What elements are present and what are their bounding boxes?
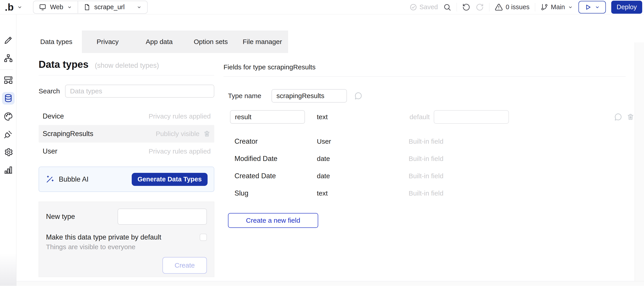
search-label: Search [38,87,65,95]
chevron-down-icon [17,4,23,10]
page-title: Data types [38,59,89,70]
type-status: Publicly visible [156,130,200,138]
type-row-device[interactable]: Device Privacy rules applied [38,108,214,125]
branch-label: Main [551,3,565,11]
left-icon-rail [0,14,16,286]
data-types-panel: Data types (show deleted types) Search D… [38,53,214,277]
create-new-field-button[interactable]: Create a new field [228,213,318,228]
field-row-creator[interactable]: Creator User Built-in field [224,133,644,150]
toolbar-actions: Saved 0 issues Main Deploy [410,1,642,14]
plug-icon [3,129,13,139]
database-icon [3,93,13,103]
platform-selector[interactable]: Web [34,1,78,13]
comment-bubble-icon[interactable] [354,91,362,100]
warning-triangle-icon [495,3,503,11]
page-label: scrape_url [94,3,124,11]
divider [224,76,626,77]
new-type-input[interactable] [118,208,207,225]
generate-data-types-button[interactable]: Generate Data Types [132,173,208,186]
search-input[interactable] [65,85,214,98]
trash-icon[interactable] [626,113,634,121]
field-name: Creator [234,137,317,145]
field-list: text default Creator User Built-in field… [224,110,644,202]
bubble-logo: b [6,2,14,12]
tab-option-sets[interactable]: Option sets [185,31,236,53]
type-name-input[interactable] [272,89,347,103]
new-type-label: New type [46,213,75,221]
field-note: Built-in field [408,172,444,180]
type-name: Device [43,112,64,120]
show-deleted-types-link[interactable]: (show deleted types) [95,62,159,70]
tab-data-types[interactable]: Data types [31,31,82,53]
platform-label: Web [50,3,63,11]
type-name-label: Type name [228,92,272,100]
tab-privacy[interactable]: Privacy [82,31,134,53]
bubble-logo-menu[interactable]: b [4,2,24,12]
sidebar-item-styles[interactable] [2,110,14,123]
chevron-down-icon [568,5,573,10]
redo-icon[interactable] [476,3,484,11]
branch-selector[interactable]: Main [540,3,573,11]
sidebar-item-plugins[interactable] [2,128,14,141]
field-type: date [317,172,408,180]
new-type-card: New type Make this data type private by … [38,202,214,277]
type-row-user[interactable]: User Privacy rules applied [38,143,214,160]
toolbar-divider [489,3,490,12]
page-icon [84,4,91,11]
page-selector[interactable]: scrape_url [78,1,147,13]
check-circle-icon [410,3,417,11]
git-branch-icon [540,3,548,11]
field-name: Slug [234,189,317,197]
trash-icon[interactable] [203,130,211,138]
undo-icon[interactable] [462,3,470,11]
save-status: Saved [410,3,438,11]
field-row-created-date[interactable]: Created Date date Built-in field [224,167,644,184]
sidebar-item-design[interactable] [2,34,14,47]
chevron-down-icon [136,5,142,10]
field-type: text [317,189,408,197]
comment-bubble-icon[interactable] [614,112,622,121]
sidebar-item-logs[interactable] [2,164,14,176]
top-toolbar: b Web scrape_url Saved 0 issues [0,0,644,14]
field-type: date [317,155,408,163]
default-label: default [397,113,430,121]
field-row-slug[interactable]: Slug text Built-in field [224,184,644,202]
field-default-input[interactable] [434,110,509,124]
gear-icon [3,147,13,157]
sidebar-item-settings[interactable] [2,146,14,158]
bubble-ai-card: Bubble AI Generate Data Types [38,167,214,192]
sidebar-item-workflow[interactable] [2,52,14,65]
field-name-input[interactable] [230,110,305,124]
sitemap-icon [3,54,13,63]
tab-app-data[interactable]: App data [134,31,185,53]
issues-indicator[interactable]: 0 issues [495,3,529,11]
field-name: Created Date [234,172,317,180]
field-note: Built-in field [408,155,444,163]
sidebar-item-data[interactable] [2,92,14,105]
bubble-ai-label: Bubble AI [59,175,89,183]
preview-button[interactable] [578,1,606,14]
chevron-down-icon [67,5,72,10]
search-icon[interactable] [443,3,451,11]
type-row-scrapingresults[interactable]: ScrapingResults Publicly visible [38,125,214,143]
field-row-result: text default [224,110,644,124]
sidebar-item-backend[interactable] [2,74,14,86]
field-note: Built-in field [408,138,444,145]
type-name: ScrapingResults [43,130,93,138]
field-type[interactable]: text [317,113,397,121]
palette-icon [3,112,13,121]
data-section-tabs: Data types Privacy App data Option sets … [31,31,288,53]
create-type-button[interactable]: Create [162,257,207,274]
type-status: Privacy rules applied [148,147,211,155]
fields-panel: Fields for type scrapingResults Type nam… [224,53,644,228]
toolbar-divider [535,3,535,12]
tab-file-manager[interactable]: File manager [236,31,288,53]
save-status-label: Saved [420,3,438,11]
field-row-modified-date[interactable]: Modified Date date Built-in field [224,150,644,167]
private-by-default-checkbox[interactable] [200,234,207,241]
monitor-icon [39,3,46,11]
deploy-button[interactable]: Deploy [611,1,642,14]
sidebar-divider [0,70,13,70]
play-icon [584,4,592,11]
field-note: Built-in field [408,189,444,197]
